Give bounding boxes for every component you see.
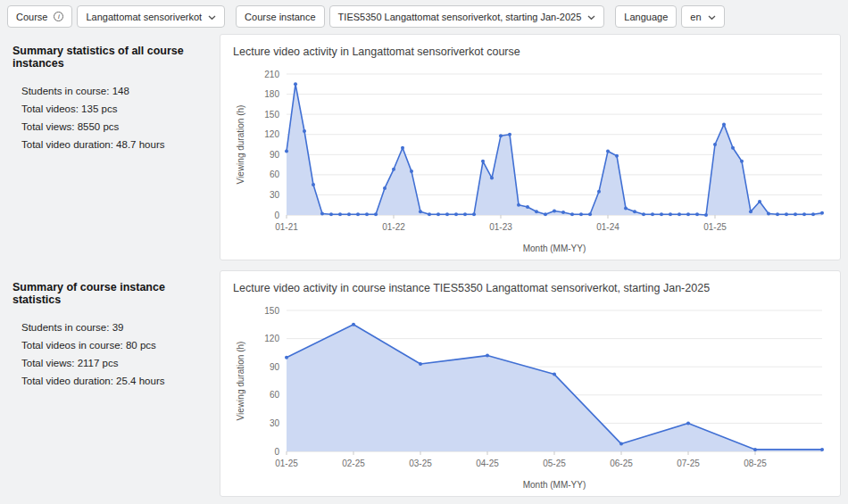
charts-column: Lecture video activity in Langattomat se… bbox=[220, 34, 841, 497]
course-instance-label-text: Course instance bbox=[245, 12, 316, 22]
language-select-value: en bbox=[690, 12, 701, 22]
svg-text:Month (MM-YY): Month (MM-YY) bbox=[523, 244, 586, 253]
course-instance-label: Course instance bbox=[236, 5, 325, 28]
svg-text:04-25: 04-25 bbox=[476, 459, 499, 468]
course-activity-card: Lecture video activity in Langattomat se… bbox=[220, 34, 841, 260]
chevron-down-icon bbox=[208, 12, 216, 22]
summary-all-list: Students in course: 148 Total videos: 13… bbox=[12, 82, 207, 154]
chart-title: Lecture video activity in Langattomat se… bbox=[233, 45, 829, 58]
stat-students: Students in course: 39 bbox=[21, 318, 207, 336]
course-control-group: Course i Langattomat sensoriverkot bbox=[7, 5, 225, 28]
stat-total-videos: Total videos: 135 pcs bbox=[21, 100, 207, 118]
svg-text:0: 0 bbox=[274, 211, 279, 220]
svg-text:30: 30 bbox=[270, 190, 280, 200]
course-label-text: Course bbox=[16, 12, 47, 22]
language-label-text: Language bbox=[624, 12, 668, 22]
svg-text:Month (MM-YY): Month (MM-YY) bbox=[523, 480, 586, 490]
instance-activity-card: Lecture video activity in course instanc… bbox=[220, 270, 841, 497]
chevron-down-icon bbox=[708, 12, 716, 22]
chevron-down-icon bbox=[587, 12, 595, 22]
info-icon[interactable]: i bbox=[54, 12, 63, 21]
stat-students: Students in course: 148 bbox=[21, 82, 207, 100]
course-select[interactable]: Langattomat sensoriverkot bbox=[77, 5, 225, 28]
stat-total-views: Total views: 2117 pcs bbox=[21, 354, 207, 372]
all-instances-activity-chart: 030609012015018021001-2101-2201-2301-240… bbox=[231, 63, 829, 256]
svg-text:01-23: 01-23 bbox=[489, 222, 512, 232]
svg-text:120: 120 bbox=[264, 334, 279, 343]
svg-text:05-25: 05-25 bbox=[543, 459, 566, 468]
svg-text:60: 60 bbox=[270, 390, 280, 400]
course-label: Course i bbox=[7, 5, 72, 28]
language-select[interactable]: en bbox=[681, 5, 724, 28]
svg-text:0: 0 bbox=[274, 447, 279, 457]
svg-text:90: 90 bbox=[270, 150, 280, 160]
stats-sidebar: Summary statistics of all course instanc… bbox=[7, 34, 211, 497]
summary-instance-list: Students in course: 39 Total videos in c… bbox=[12, 318, 207, 391]
svg-text:08-25: 08-25 bbox=[744, 459, 767, 468]
stat-total-videos: Total videos in course: 80 pcs bbox=[21, 336, 207, 354]
svg-text:30: 30 bbox=[270, 418, 280, 428]
svg-text:90: 90 bbox=[270, 362, 280, 372]
svg-text:01-24: 01-24 bbox=[596, 222, 619, 232]
svg-text:150: 150 bbox=[264, 110, 279, 120]
svg-text:180: 180 bbox=[264, 89, 279, 99]
svg-text:07-25: 07-25 bbox=[677, 459, 700, 468]
svg-text:60: 60 bbox=[270, 169, 280, 179]
stat-total-duration: Total video duration: 25.4 hours bbox=[21, 372, 207, 390]
summary-instance-panel: Summary of course instance statistics St… bbox=[7, 270, 211, 497]
svg-text:01-25: 01-25 bbox=[703, 222, 727, 232]
summary-all-panel: Summary statistics of all course instanc… bbox=[7, 34, 211, 260]
video-activity-dashboard: Course i Langattomat sensoriverkot Cours… bbox=[0, 0, 848, 504]
svg-text:120: 120 bbox=[264, 129, 279, 139]
svg-text:Viewing duration (h): Viewing duration (h) bbox=[236, 342, 245, 421]
course-instance-select-value: TIES5350 Langattomat sensoriverkot, star… bbox=[338, 12, 582, 22]
svg-text:01-22: 01-22 bbox=[382, 222, 405, 232]
instance-activity-chart: 030609012015001-2502-2503-2504-2505-2506… bbox=[231, 300, 829, 492]
svg-text:150: 150 bbox=[264, 306, 279, 316]
language-control-group: Language en bbox=[615, 5, 724, 28]
svg-text:01-25: 01-25 bbox=[275, 459, 298, 468]
course-select-value: Langattomat sensoriverkot bbox=[86, 12, 202, 22]
toolbar: Course i Langattomat sensoriverkot Cours… bbox=[0, 0, 848, 29]
summary-all-title: Summary statistics of all course instanc… bbox=[12, 45, 207, 70]
svg-text:Viewing duration (h): Viewing duration (h) bbox=[236, 105, 245, 185]
svg-text:06-25: 06-25 bbox=[610, 459, 633, 468]
chart-title: Lecture video activity in course instanc… bbox=[233, 282, 829, 294]
stat-total-duration: Total video duration: 48.7 hours bbox=[21, 136, 207, 153]
svg-text:210: 210 bbox=[264, 70, 279, 79]
svg-text:02-25: 02-25 bbox=[342, 459, 365, 468]
svg-text:01-21: 01-21 bbox=[275, 222, 298, 232]
course-instance-control-group: Course instance TIES5350 Langattomat sen… bbox=[236, 5, 604, 28]
summary-instance-title: Summary of course instance statistics bbox=[12, 281, 207, 306]
svg-text:03-25: 03-25 bbox=[409, 459, 432, 468]
stat-total-views: Total views: 8550 pcs bbox=[21, 118, 207, 136]
course-instance-select[interactable]: TIES5350 Langattomat sensoriverkot, star… bbox=[329, 5, 605, 28]
main-area: Summary statistics of all course instanc… bbox=[0, 29, 848, 504]
language-label: Language bbox=[615, 5, 677, 28]
